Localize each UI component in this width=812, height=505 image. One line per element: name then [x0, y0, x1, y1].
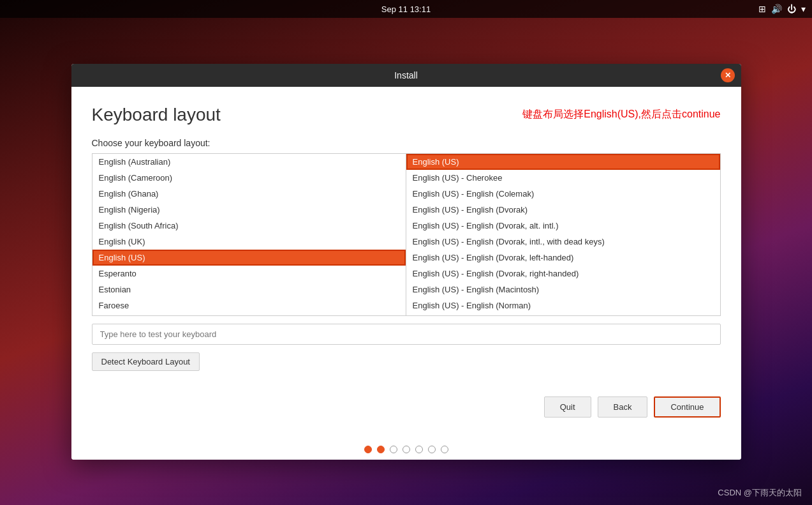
pagination-dot-3 [390, 446, 397, 453]
detect-keyboard-button[interactable]: Detect Keyboard Layout [92, 352, 200, 371]
pagination-dot-5 [415, 446, 423, 453]
top-bar: Sep 11 13:11 ⊞ 🔊 ⏻ ▾ [0, 0, 812, 18]
pagination-dot-6 [428, 446, 436, 453]
dialog-titlebar: Install ✕ [71, 64, 741, 87]
dialog-title: Install [394, 70, 418, 80]
list-item[interactable]: English (US) - English (Dvorak, intl., w… [406, 234, 720, 250]
list-item[interactable]: English (US) - English (Colemak) [406, 186, 720, 202]
list-item[interactable]: English (Nigeria) [92, 202, 406, 218]
list-item[interactable]: English (US) - English (US, alt. intl.) [406, 313, 720, 315]
list-item[interactable]: English (Cameroon) [92, 170, 406, 186]
keyboard-test-input[interactable] [92, 324, 721, 345]
list-item[interactable]: English (US) - English (Norman) [406, 298, 720, 313]
list-item-english-us-right[interactable]: English (US) [406, 154, 720, 170]
list-item[interactable]: Esperanto [92, 266, 406, 282]
pagination-dot-1 [364, 446, 372, 453]
chevron-down-icon[interactable]: ▾ [801, 4, 806, 14]
list-item[interactable]: Estonian [92, 282, 406, 298]
top-bar-icons: ⊞ 🔊 ⏻ ▾ [758, 4, 806, 14]
watermark: CSDN @下雨天的太阳 [718, 487, 802, 499]
power-icon[interactable]: ⏻ [787, 4, 796, 14]
install-dialog: Install ✕ Keyboard layout 键盘布局选择English(… [71, 64, 741, 460]
dialog-body: Keyboard layout 键盘布局选择English(US),然后点击co… [71, 87, 741, 433]
pagination-dot-4 [402, 446, 410, 453]
volume-icon[interactable]: 🔊 [771, 4, 782, 14]
list-item[interactable]: English (US) - Cherokee [406, 170, 720, 186]
quit-button[interactable]: Quit [544, 396, 591, 418]
annotation-text: 键盘布局选择English(US),然后点击continue [522, 108, 720, 121]
back-button[interactable]: Back [598, 396, 648, 418]
list-item[interactable]: English (US) - English (Dvorak) [406, 202, 720, 218]
network-icon[interactable]: ⊞ [758, 4, 766, 14]
list-item[interactable]: English (UK) [92, 234, 406, 250]
close-button[interactable]: ✕ [721, 68, 735, 82]
dialog-overlay: Install ✕ Keyboard layout 键盘布局选择English(… [0, 18, 812, 505]
header-row: Keyboard layout 键盘布局选择English(US),然后点击co… [92, 105, 721, 125]
pagination-dots [71, 433, 741, 460]
list-item[interactable]: Faroese [92, 298, 406, 313]
datetime-label: Sep 11 13:11 [381, 4, 431, 14]
list-item[interactable]: English (South Africa) [92, 218, 406, 234]
dialog-footer: Quit Back Continue [92, 386, 721, 418]
keyboard-lists-container: English (Australian) English (Cameroon) … [92, 153, 721, 316]
left-language-list[interactable]: English (Australian) English (Cameroon) … [92, 154, 406, 315]
list-item[interactable]: Filipino [92, 313, 406, 315]
choose-label: Choose your keyboard layout: [92, 138, 721, 148]
pagination-dot-7 [441, 446, 448, 453]
page-title: Keyboard layout [92, 105, 221, 125]
list-item[interactable]: English (US) - English (Dvorak, alt. int… [406, 218, 720, 234]
list-item[interactable]: English (US) - English (Macintosh) [406, 282, 720, 298]
list-item[interactable]: English (US) - English (Dvorak, right-ha… [406, 266, 720, 282]
list-item[interactable]: English (Australian) [92, 154, 406, 170]
continue-button[interactable]: Continue [654, 396, 720, 418]
list-item[interactable]: English (Ghana) [92, 186, 406, 202]
list-item[interactable]: English (US) - English (Dvorak, left-han… [406, 250, 720, 266]
pagination-dot-2 [377, 446, 385, 453]
list-item-english-us-left[interactable]: English (US) [92, 250, 406, 266]
right-variant-list[interactable]: English (US) English (US) - Cherokee Eng… [406, 154, 720, 315]
